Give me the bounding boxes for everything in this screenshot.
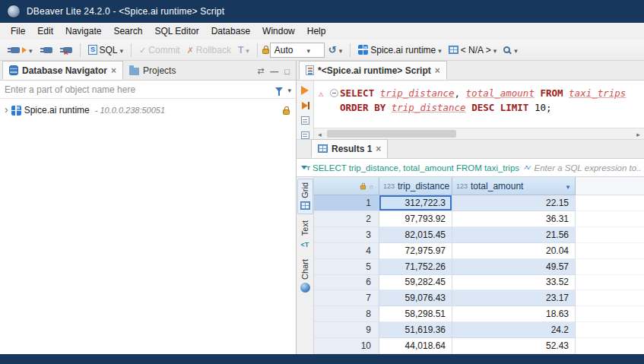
cell-total-amount[interactable]: 24.2 [452,322,576,338]
new-sql-editor-button[interactable]: SQL [85,43,127,58]
commit-mode-combo[interactable]: Auto [270,43,325,58]
transaction-log-button[interactable] [235,43,252,58]
row-number[interactable]: 2 [314,211,379,227]
cell-trip-distance[interactable]: 44,018.64 [379,338,452,354]
menu-help[interactable]: Help [301,24,332,39]
tab-database-navigator[interactable]: Database Navigator [2,61,123,80]
menu-sql-editor[interactable]: SQL Editor [148,24,205,39]
sql-column-ref: total_amount [466,87,535,99]
object-filter-input[interactable] [5,84,271,95]
expand-chevron-icon[interactable] [5,105,8,116]
transaction-history-button[interactable] [325,42,345,58]
row-number[interactable]: 5 [314,259,379,275]
commit-button[interactable]: Commit [136,43,183,58]
column-header-total-amount[interactable]: 123 total_amount [452,177,576,195]
cell-total-amount[interactable]: 21.56 [452,227,576,243]
cell-trip-distance[interactable]: 97,793.92 [379,211,452,227]
column-header-trip-distance[interactable]: 123 trip_distance [379,177,452,195]
filter-expression-input[interactable] [534,163,641,173]
table-row[interactable]: 3 82,015.45 21.56 [314,227,644,243]
menu-window[interactable]: Window [256,24,301,39]
tree-item-connection[interactable]: Spice.ai runtime - 10.0.0.238:50051 [0,103,296,118]
tab-sql-script[interactable]: *<Spice.ai runtime> Script [299,61,447,80]
menu-database[interactable]: Database [205,24,256,39]
tab-projects[interactable]: Projects [123,61,182,80]
cell-trip-distance[interactable]: 59,076.43 [379,290,452,306]
scroll-left-arrow[interactable] [314,128,325,139]
chevron-down-icon[interactable] [287,84,291,95]
column-menu-icon[interactable] [565,181,571,191]
rollback-button[interactable]: Rollback [184,43,234,58]
explain-plan-button[interactable] [301,116,309,125]
cell-trip-distance[interactable]: 71,752.26 [379,259,452,275]
cell-trip-distance[interactable]: 58,298.51 [379,306,452,322]
active-connection-selector[interactable]: Spice.ai runtime [355,43,445,58]
filter-funnel-icon[interactable] [275,87,283,92]
search-button[interactable] [500,43,521,58]
link-with-editor-icon[interactable] [257,66,264,76]
table-row[interactable]: 1 312,722.3 22.15 [314,195,644,211]
maximize-view-icon[interactable] [284,67,290,76]
row-number[interactable]: 6 [314,275,379,291]
expand-filter-icon[interactable] [523,164,530,171]
cell-trip-distance[interactable]: 82,015.45 [379,227,452,243]
script-tools-button[interactable] [301,131,309,140]
row-number[interactable]: 10 [314,338,379,354]
rollback-label: Rollback [196,45,231,55]
row-number[interactable]: 4 [314,243,379,259]
cell-total-amount[interactable]: 20.04 [452,243,576,259]
row-number[interactable]: 9 [314,322,379,338]
table-row[interactable]: 2 97,793.92 36.31 [314,211,644,227]
minimize-view-icon[interactable] [270,67,278,76]
menu-search[interactable]: Search [107,24,148,39]
scroll-right-arrow[interactable] [633,128,644,139]
active-schema-selector[interactable]: < N/A > [446,43,500,58]
fold-collapse-icon[interactable] [330,89,338,97]
table-row[interactable]: 9 51,619.36 24.2 [314,322,644,338]
table-row[interactable]: 4 72,975.97 20.04 [314,243,644,259]
tab-text[interactable]: Text [297,217,313,253]
close-icon[interactable] [435,65,440,76]
tab-results-1[interactable]: Results 1 [311,139,388,158]
cell-trip-distance[interactable]: 59,282.45 [379,275,452,291]
tab-chart[interactable]: Chart [297,256,313,296]
close-icon[interactable] [376,144,381,154]
table-row[interactable]: 10 44,018.64 52.43 [314,338,644,354]
menu-file[interactable]: File [5,24,31,39]
scrollbar-track[interactable] [325,128,633,139]
row-number[interactable]: 3 [314,227,379,243]
connect-to-database-button[interactable] [36,45,56,55]
scrollbar-thumb[interactable] [327,130,456,138]
cell-total-amount[interactable]: 52.43 [452,338,576,354]
table-row[interactable]: 8 58,298.51 18.63 [314,306,644,322]
cell-trip-distance[interactable]: 51,619.36 [379,322,452,338]
grid-corner-header[interactable] [314,177,379,195]
disconnect-button[interactable] [56,45,75,55]
table-row[interactable]: 6 59,282.45 33.52 [314,275,644,291]
sql-editor[interactable]: SELECT trip_distance, total_amount FROM … [314,81,644,128]
cell-total-amount[interactable]: 23.17 [452,290,576,306]
table-row[interactable]: 7 59,076.43 23.17 [314,290,644,306]
row-number[interactable]: 1 [314,195,379,211]
execute-statement-button[interactable] [301,86,309,95]
navigator-tabbar: Database Navigator Projects [0,61,296,81]
close-icon[interactable] [111,65,116,76]
row-number[interactable]: 8 [314,306,379,322]
menu-navigate[interactable]: Navigate [59,24,107,39]
cell-total-amount[interactable]: 18.63 [452,306,576,322]
menu-edit[interactable]: Edit [31,24,59,39]
connect-button[interactable] [4,43,36,58]
editor-column: SELECT trip_distance, total_amount FROM … [314,81,644,139]
editor-panel: *<Spice.ai runtime> Script SELECT trip_d… [297,61,644,354]
cell-total-amount[interactable]: 36.31 [452,211,576,227]
table-row[interactable]: 5 71,752.26 49.57 [314,259,644,275]
cell-total-amount[interactable]: 22.15 [452,195,576,211]
row-number[interactable]: 7 [314,290,379,306]
execute-script-button[interactable] [302,102,308,109]
cell-trip-distance[interactable]: 72,975.97 [379,243,452,259]
tab-grid[interactable]: Grid [297,179,313,214]
cell-trip-distance[interactable]: 312,722.3 [379,195,452,211]
horizontal-scrollbar[interactable] [314,128,644,139]
cell-total-amount[interactable]: 33.52 [452,275,576,291]
cell-total-amount[interactable]: 49.57 [452,259,576,275]
